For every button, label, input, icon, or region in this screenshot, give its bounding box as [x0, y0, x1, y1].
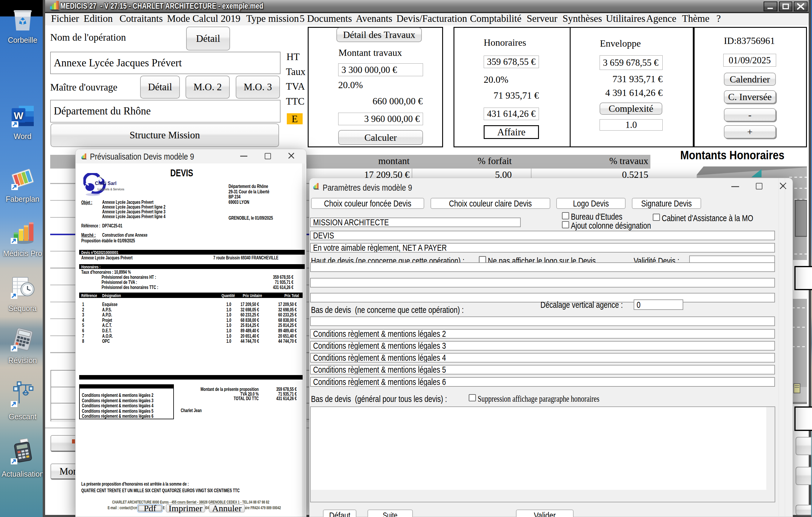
svg-text:Cm2i Sarl: Cm2i Sarl	[95, 180, 117, 186]
svg-text:W: W	[13, 110, 23, 121]
svg-text:Logiciels & Services: Logiciels & Services	[98, 188, 124, 191]
